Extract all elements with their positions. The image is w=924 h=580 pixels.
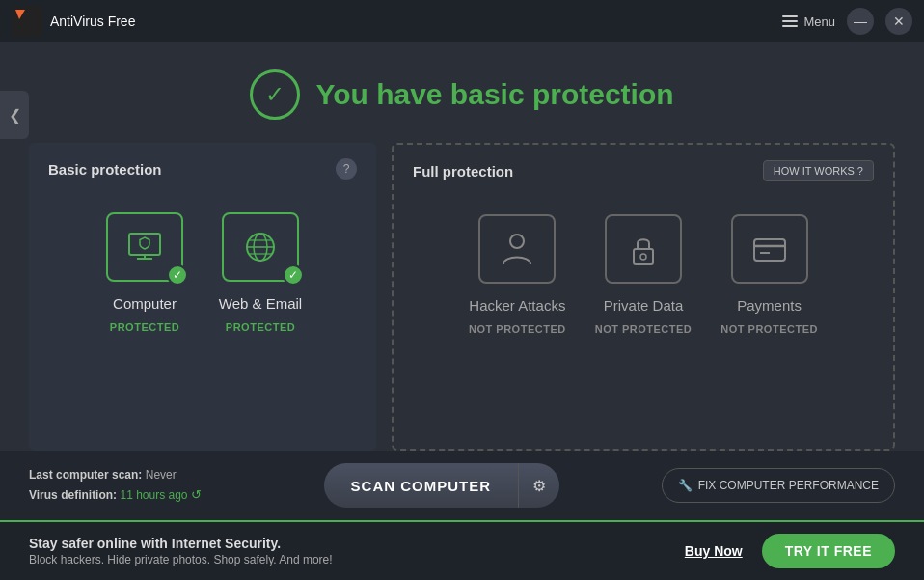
hacker-attacks-icon [496, 228, 538, 270]
fix-performance-button[interactable]: 🔧 FIX COMPUTER PERFORMANCE [662, 468, 895, 503]
card-header-full: Full protection HOW IT WORKS ? [413, 160, 874, 181]
web-email-check-icon: ✓ [283, 264, 304, 286]
private-data-icon-wrap [600, 210, 687, 288]
payments-item[interactable]: Payments NOT PROTECTED [720, 210, 818, 335]
svg-point-16 [510, 235, 524, 248]
hacker-attacks-item[interactable]: Hacker Attacks NOT PROTECTED [469, 210, 566, 335]
virus-def-row: Virus definition: 11 hours ago ↺ [29, 484, 222, 506]
payments-status: NOT PROTECTED [720, 323, 818, 335]
last-scan-value: Never [146, 468, 177, 482]
sidebar-toggle-button[interactable]: ❮ [0, 91, 29, 139]
hacker-attacks-status: NOT PROTECTED [469, 323, 566, 335]
settings-icon: ⚙ [532, 478, 546, 494]
how-it-works-button[interactable]: HOW IT WORKS ? [763, 160, 874, 181]
private-data-icon-bg [605, 214, 682, 284]
main-content: ❮ ✓ You have basic protection Basic prot… [0, 42, 924, 580]
status-check-icon: ✓ [250, 69, 300, 120]
web-email-icon-wrap: ✓ [217, 208, 304, 286]
buy-now-link[interactable]: Buy Now [685, 543, 743, 559]
virus-def-label: Virus definition: [29, 488, 117, 502]
minimize-button[interactable]: — [847, 8, 874, 35]
svg-rect-17 [634, 249, 653, 264]
computer-status: PROTECTED [110, 321, 179, 333]
close-button[interactable]: ✕ [885, 8, 912, 35]
private-data-status: NOT PROTECTED [595, 323, 693, 335]
computer-protection-item[interactable]: ✓ Computer PROTECTED [101, 208, 188, 333]
scan-bar: Last computer scan: Never Virus definiti… [0, 451, 924, 520]
payments-icon [748, 228, 791, 270]
basic-protection-card: Basic protection ? [29, 143, 376, 451]
title-bar-right: Menu — ✕ [782, 8, 912, 35]
computer-icon [123, 226, 166, 268]
computer-check-icon: ✓ [167, 264, 188, 286]
last-scan-row: Last computer scan: Never [29, 465, 222, 484]
banner-actions: Buy Now TRY IT FREE [685, 534, 895, 568]
private-data-name: Private Data [604, 297, 684, 314]
full-protection-title: Full protection [413, 163, 513, 180]
scan-info: Last computer scan: Never Virus definiti… [29, 465, 222, 506]
payments-name: Payments [737, 297, 802, 314]
card-header-basic: Basic protection ? [48, 158, 357, 180]
web-email-status: PROTECTED [226, 321, 295, 333]
status-text: You have basic protection [315, 78, 673, 111]
menu-button[interactable]: Menu [782, 14, 835, 29]
title-bar-left: /> /> AVG AntiVirus Free [12, 6, 135, 37]
menu-label: Menu [803, 14, 835, 29]
bottom-banner: Stay safer online with Internet Security… [0, 520, 924, 580]
computer-icon-wrap: ✓ [101, 208, 188, 286]
web-email-name: Web & Email [219, 295, 302, 312]
virus-def-value: 11 hours ago [120, 488, 187, 502]
full-protection-card: Full protection HOW IT WORKS ? [392, 143, 895, 451]
help-button[interactable]: ? [336, 158, 357, 180]
app-name: AntiVirus Free [50, 14, 135, 29]
fix-icon: 🔧 [678, 479, 693, 492]
scan-settings-button[interactable]: ⚙ [518, 463, 559, 508]
avg-logo: /> /> AVG [12, 6, 42, 37]
cards-row: Basic protection ? [0, 143, 924, 451]
hamburger-icon [782, 15, 798, 27]
hacker-attacks-icon-bg [478, 214, 556, 284]
computer-name: Computer [113, 295, 177, 312]
full-protection-items: Hacker Attacks NOT PROTECTED [413, 201, 874, 345]
scan-btn-group: SCAN COMPUTER ⚙ [241, 463, 642, 508]
refresh-icon[interactable]: ↺ [191, 484, 202, 506]
private-data-icon [622, 228, 665, 270]
payments-icon-wrap [726, 210, 813, 288]
status-header: ✓ You have basic protection [0, 42, 924, 143]
banner-subtext: Block hackers. Hide private photos. Shop… [29, 553, 333, 566]
web-email-protection-item[interactable]: ✓ Web & Email PROTECTED [217, 208, 304, 333]
hacker-attacks-name: Hacker Attacks [469, 297, 565, 314]
svg-rect-19 [754, 239, 785, 261]
banner-text: Stay safer online with Internet Security… [29, 536, 333, 566]
last-scan-label: Last computer scan: [29, 468, 142, 482]
banner-headline: Stay safer online with Internet Security… [29, 536, 281, 551]
private-data-item[interactable]: Private Data NOT PROTECTED [595, 210, 693, 335]
svg-point-18 [640, 254, 646, 260]
scan-computer-button[interactable]: SCAN COMPUTER [324, 463, 519, 508]
web-email-icon [239, 226, 282, 268]
payments-icon-bg [731, 214, 808, 284]
title-bar: /> /> AVG AntiVirus Free Menu — ✕ [0, 0, 924, 42]
fix-label: FIX COMPUTER PERFORMANCE [698, 479, 879, 492]
try-free-button[interactable]: TRY IT FREE [762, 534, 895, 568]
protection-items: ✓ Computer PROTECTED [48, 199, 357, 343]
hacker-attacks-icon-wrap [474, 210, 560, 288]
basic-protection-title: Basic protection [48, 161, 162, 178]
